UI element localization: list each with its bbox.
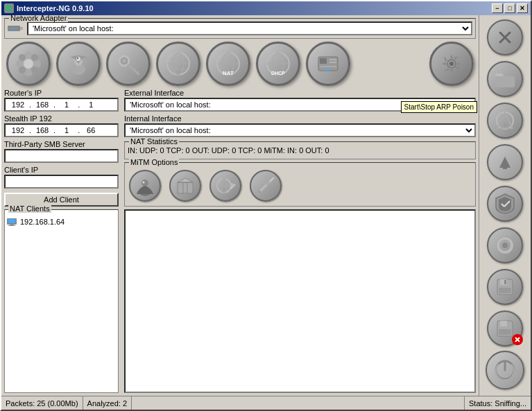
router-ip-field: . . .: [4, 98, 119, 112]
svg-rect-83: [504, 280, 506, 284]
mitm-icon-globe-arrow[interactable]: [208, 168, 243, 203]
nat-clients-box: 192.168.1.64: [4, 209, 119, 393]
nav-icons-row: NAT DHCP: [4, 42, 476, 86]
nat-statistics-label: NAT Statistics: [129, 137, 179, 146]
external-interface-label: External Interface: [124, 89, 476, 97]
status-analyzed: Analyzed: 2: [83, 396, 132, 410]
client-ip-input[interactable]: [8, 177, 92, 186]
nav-icon-settings[interactable]: [427, 43, 476, 85]
sidebar-arp-poison-button[interactable]: Start\Stop ARP Poison !: [484, 101, 526, 140]
mitm-options-group: MiTM Options: [124, 162, 476, 207]
svg-point-18: [76, 57, 80, 61]
svg-rect-66: [8, 225, 15, 226]
nat-clients-label: NAT Clients: [8, 204, 51, 213]
mitm-icon-package[interactable]: [168, 168, 203, 203]
smb-server-field: [4, 149, 119, 163]
smb-server-label: Third-Party SMB Server: [4, 140, 119, 148]
stealth-ip-1[interactable]: [8, 126, 28, 134]
svg-rect-82: [499, 288, 511, 293]
title-controls: − □ ✕: [492, 3, 528, 13]
svg-point-13: [19, 67, 26, 73]
status-packets: Packets: 25 (0.00Mb): [1, 396, 83, 410]
router-ip-1[interactable]: [8, 100, 28, 109]
stealth-ip-field: . . .: [4, 123, 119, 137]
nav-icon-nat[interactable]: NAT: [204, 43, 252, 85]
network-adapter-icon: [8, 23, 24, 34]
close-button[interactable]: ✕: [517, 3, 528, 13]
sidebar-ring-button[interactable]: [484, 226, 526, 265]
maximize-button[interactable]: □: [504, 3, 515, 13]
svg-point-24: [121, 58, 127, 64]
content-area: Network Adapter 'Microsoft' on local hos…: [1, 15, 531, 396]
nav-icon-keys[interactable]: [104, 43, 153, 85]
network-adapter-group: Network Adapter 'Microsoft' on local hos…: [4, 18, 476, 39]
nav-icon-flower[interactable]: [4, 43, 53, 85]
client-ip-field: [4, 175, 119, 189]
status-empty: [132, 396, 465, 410]
client-ip-label: Client's IP: [4, 166, 119, 174]
svg-point-45: [449, 62, 454, 66]
delete-overlay-icon: [512, 334, 523, 345]
title-bar: Intercepter-NG 0.9.10 − □ ✕: [1, 1, 531, 15]
internal-interface-label: Internal Interface: [124, 114, 476, 123]
left-panel: Router's IP . . . Stealth IP 192: [4, 89, 119, 207]
smb-server-input[interactable]: [8, 152, 92, 160]
svg-rect-49: [178, 182, 193, 193]
network-adapter-label: Network Adapter: [9, 15, 68, 22]
status-bar: Packets: 25 (0.00Mb) Analyzed: 2 Status:…: [1, 396, 531, 410]
svg-rect-85: [500, 321, 507, 326]
nav-icon-scan[interactable]: [154, 43, 203, 85]
sidebar: Start\Stop ARP Poison !: [479, 15, 531, 396]
svg-rect-43: [324, 69, 329, 71]
internal-interface-group: Internal Interface 'Microsoft' on local …: [124, 114, 476, 137]
svg-rect-2: [20, 27, 23, 30]
sidebar-save-button[interactable]: [484, 268, 526, 306]
nav-icon-eagle[interactable]: [54, 43, 103, 85]
svg-text:!: !: [504, 122, 506, 128]
minimize-button[interactable]: −: [492, 3, 503, 13]
client-ip-group: Client's IP: [4, 166, 119, 189]
sidebar-power-button[interactable]: [484, 351, 526, 390]
log-area[interactable]: [124, 209, 476, 393]
mitm-options-label: MiTM Options: [129, 158, 179, 166]
sidebar-nav-button[interactable]: [484, 143, 526, 182]
mitm-icon-spy[interactable]: [128, 168, 162, 203]
network-adapter-select[interactable]: 'Microsoft' on local host:: [27, 21, 472, 35]
stealth-ip-3[interactable]: [57, 126, 76, 134]
stealth-ip-4[interactable]: [81, 126, 101, 134]
stealth-ip-label: Stealth IP 192: [4, 114, 119, 123]
title-bar-left: Intercepter-NG 0.9.10: [4, 3, 94, 13]
svg-marker-50: [178, 178, 193, 182]
app-icon: [4, 3, 14, 13]
window-title: Intercepter-NG 0.9.10: [17, 4, 94, 12]
mitm-icon-syringe[interactable]: [248, 168, 283, 203]
stealth-ip-2[interactable]: [33, 126, 52, 134]
svg-point-15: [24, 59, 33, 69]
svg-point-46: [141, 180, 148, 186]
svg-rect-3: [10, 28, 11, 29]
svg-rect-86: [499, 329, 511, 335]
svg-point-12: [31, 54, 38, 61]
sidebar-close-button[interactable]: [484, 18, 526, 57]
packets-text: Packets: 25 (0.00Mb): [6, 399, 78, 408]
status-sniffing: Status: Sniffing...: [465, 396, 531, 410]
router-ip-3[interactable]: [57, 100, 76, 109]
svg-point-14: [31, 67, 38, 73]
sidebar-folder-button[interactable]: [484, 60, 526, 98]
bottom-section: NAT Clients 192.168.1.64: [4, 209, 476, 393]
svg-rect-64: [8, 219, 15, 223]
svg-text:NAT: NAT: [223, 70, 234, 76]
router-ip-2[interactable]: [33, 100, 52, 109]
status-text: Status: Sniffing...: [469, 399, 526, 408]
nav-icon-scan2[interactable]: [304, 43, 352, 85]
nat-statistics-group: NAT Statistics IN: UDP: 0 TCP: 0 OUT: UD…: [124, 141, 476, 159]
sidebar-delete-button[interactable]: [484, 309, 526, 348]
sidebar-shield-button[interactable]: [484, 184, 526, 223]
svg-point-0: [6, 5, 12, 12]
computer-icon: [6, 218, 17, 226]
router-ip-4[interactable]: [81, 100, 101, 109]
svg-point-62: [258, 191, 261, 193]
internal-interface-select[interactable]: 'Microsoft' on local host:: [124, 123, 476, 137]
network-adapter-row: 'Microsoft' on local host:: [8, 21, 472, 35]
nav-icon-dhcp[interactable]: DHCP: [254, 43, 302, 85]
